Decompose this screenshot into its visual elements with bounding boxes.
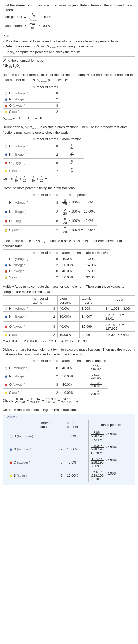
element-dot <box>5 220 7 223</box>
element-dot <box>5 92 7 95</box>
plan-b2: • Determine values for Ni, mi, Natoms an… <box>3 44 135 49</box>
element-dot <box>10 448 12 451</box>
table-row: H (hydrogen) 840.0%1.0088 × 1.008 = 8.06… <box>3 305 135 311</box>
plan: Plan: • Write the chemical formula and g… <box>3 34 135 54</box>
masspct-text: Compute mass percents using the mass fra… <box>3 408 135 412</box>
element-dot <box>5 334 7 336</box>
plan-b3: • Finally, compute the percents and chec… <box>3 50 135 54</box>
mass-text: Multiply Ni by mi to compute the mass fo… <box>3 284 135 294</box>
mass-percent-section: Compute mass percents using the mass fra… <box>3 408 135 485</box>
table-row: S (sulfur) 210.00% 64.12228.190 × 100% =… <box>7 469 134 482</box>
element-dot <box>5 153 7 156</box>
element-dot <box>5 145 7 148</box>
table-row: S (sulfur) 2 220 × 100% = 10.00% <box>3 225 97 235</box>
atom-fraction-table: number of atomsatom fraction H (hydrogen… <box>3 136 84 175</box>
element-dot <box>10 435 12 438</box>
table-row: N (nitrogen) 210.00%14.007 <box>3 262 110 268</box>
table-row: H (hydrogen) 840.0%1.008 <box>3 256 110 262</box>
element-dot <box>5 229 7 232</box>
table-row: S (sulfur) 210.00%32.06 <box>3 274 110 280</box>
table-row: O (oxygen) 8 820 <box>3 158 84 167</box>
table-row: N (nitrogen) 210.00% 28.014228.190 <box>3 372 108 380</box>
atom-fractions-section: Divide each Ni by Natoms to calculate at… <box>3 125 135 182</box>
atomic-mass-table: number of atomsatom percentatomic mass/u… <box>3 249 110 280</box>
atom-percent-section: Compute atom percents using the atom fra… <box>3 186 135 235</box>
mass-percent-formula: mass percent = Nimi m × 100% <box>3 22 135 30</box>
element-dot <box>5 170 7 172</box>
element-dot <box>5 270 7 273</box>
table-row: H (hydrogen) 840.0% 8.064228.190 × 100% … <box>7 430 134 443</box>
element-dot <box>5 276 7 279</box>
element-dot <box>5 367 7 370</box>
atom-percent-formula: atom percent = Ni Natoms × 100% <box>3 13 135 22</box>
table-row: O (oxygen) 840.0%15.9998 × 15.999 = 127.… <box>3 321 135 331</box>
element-dot <box>5 316 7 318</box>
element-dot <box>5 202 7 204</box>
formula-label: Write the chemical formula: <box>3 58 135 63</box>
element-dot <box>5 111 7 113</box>
table-row: S (sulfur) 210.00%32.062 × 32.06 = 64.12 <box>3 331 135 338</box>
count-atoms-section: Use the chemical formula to count the nu… <box>3 73 135 121</box>
natoms-sum: Natoms = 8 + 2 + 8 + 2 = 20 <box>3 116 135 121</box>
element-dot <box>10 461 12 464</box>
element-dot <box>5 307 7 310</box>
answer-block: Answer: number of atomsatom percentmass … <box>3 414 135 485</box>
m-sum: m = 8.064 u + 28.014 u + 127.992 u + 64.… <box>3 339 135 344</box>
massfrac-text: Divide the mass for each element by m to… <box>3 347 135 357</box>
table-row: O (oxygen) 840.0% 127.992228.190 × 100% … <box>7 456 134 469</box>
amass-text: Look up the atomic mass, mi, in unified … <box>3 239 135 248</box>
mass-frac-check: Check: 8.064228.190 + 28.014228.190 + 12… <box>3 398 135 404</box>
table-row: O (oxygen) 8 820 × 100% = 40.0% <box>3 216 97 225</box>
table-row: H (hydrogen) 8 820 × 100% = 40.0% <box>3 198 97 207</box>
intro: Find the elemental composition for ammon… <box>3 3 135 30</box>
frac-text: Divide each Ni by Natoms to calculate at… <box>3 125 135 135</box>
element-dot <box>5 264 7 267</box>
mass-table: number of atomsatom percentatomic mass/u… <box>3 295 135 338</box>
count-text: Use the chemical formula to count the nu… <box>3 73 135 83</box>
atomic-mass-section: Look up the atomic mass, mi, in unified … <box>3 239 135 280</box>
atom-frac-check: Check: 820 + 220 + 820 + 220 = 1 <box>3 176 135 182</box>
table-row: S (sulfur) 210.00% 64.12228.190 <box>3 389 108 397</box>
element-dot <box>5 98 7 101</box>
mass-calc-section: Multiply Ni by mi to compute the mass fo… <box>3 284 135 344</box>
element-dot <box>5 211 7 213</box>
element-dot <box>10 475 12 477</box>
table-row: N (nitrogen) 2 220 × 100% = 10.00% <box>3 207 97 216</box>
table-row: O (oxygen) 8 <box>3 103 60 109</box>
element-dot <box>5 105 7 107</box>
element-dot <box>5 258 7 260</box>
table-row: N (nitrogen) 2 <box>3 96 60 103</box>
table-row: N (nitrogen) 2 220 <box>3 150 84 158</box>
intro-text: Find the elemental composition for ammon… <box>3 3 135 12</box>
answer-table: number of atomsatom percentmass percent … <box>7 420 134 482</box>
atompct-text: Compute atom percents using the atom fra… <box>3 186 135 190</box>
element-dot <box>5 326 7 328</box>
table-row: H (hydrogen) 8 820 <box>3 142 84 150</box>
table-row: S (sulfur) 2 <box>3 109 60 115</box>
table-row: H (hydrogen) 840.0% 8.064228.190 <box>3 364 108 372</box>
element-dot <box>5 392 7 394</box>
atom-percent-table: number of atomsatom percent H (hydrogen)… <box>3 192 97 235</box>
table-row: S (sulfur) 2 220 <box>3 167 84 175</box>
atom-count-table: number of atoms H (hydrogen) 8 N (nitrog… <box>3 84 60 115</box>
mass-fraction-section: Divide the mass for each element by m to… <box>3 347 135 404</box>
table-row: H (hydrogen) 8 <box>3 90 60 96</box>
chemical-formula: (NH4)2S2O8 <box>3 63 135 68</box>
plan-b1: • Write the chemical formula and gather … <box>3 39 135 44</box>
element-dot <box>5 375 7 378</box>
table-row: O (oxygen) 840.0% 127.992228.190 <box>3 380 108 389</box>
element-dot <box>5 162 7 164</box>
plan-heading: Plan: <box>3 34 135 38</box>
table-row: O (oxygen) 840.0%15.999 <box>3 268 110 274</box>
answer-label: Answer: <box>7 415 134 419</box>
table-row: N (nitrogen) 210.00%14.0072 × 14.007 = 2… <box>3 311 135 321</box>
table-row: N (nitrogen) 210.00% 28.014228.190 × 100… <box>7 443 134 456</box>
element-dot <box>5 384 7 386</box>
chemical-formula-section: Write the chemical formula: (NH4)2S2O8 <box>3 58 135 68</box>
mass-fraction-table: number of atomsatom percentmass fraction… <box>3 358 108 397</box>
